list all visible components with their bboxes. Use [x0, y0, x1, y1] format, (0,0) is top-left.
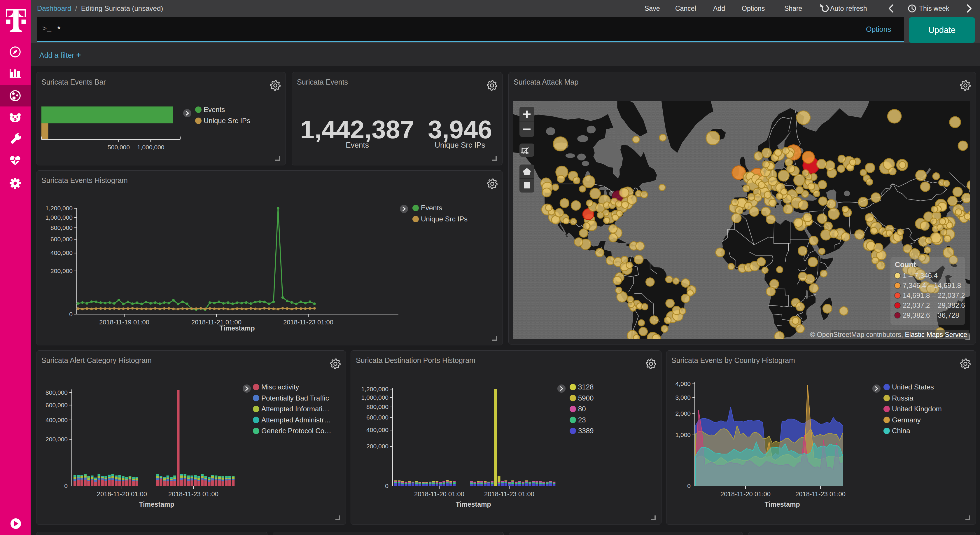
svg-text:7,346.4 – 14,691.8: 7,346.4 – 14,691.8: [903, 282, 961, 289]
svg-text:1 – 7,346.4: 1 – 7,346.4: [903, 272, 938, 279]
svg-text:© OpenStreetMap contributors,: © OpenStreetMap contributors, Elastic Ma…: [810, 331, 967, 338]
svg-text:29,382.6 – 36,728: 29,382.6 – 36,728: [903, 311, 959, 319]
svg-text:22,037.2 – 29,382.6: 22,037.2 – 29,382.6: [903, 301, 965, 309]
svg-text:Count: Count: [895, 261, 916, 269]
svg-text:14,691.8 – 22,037.2: 14,691.8 – 22,037.2: [903, 291, 965, 299]
